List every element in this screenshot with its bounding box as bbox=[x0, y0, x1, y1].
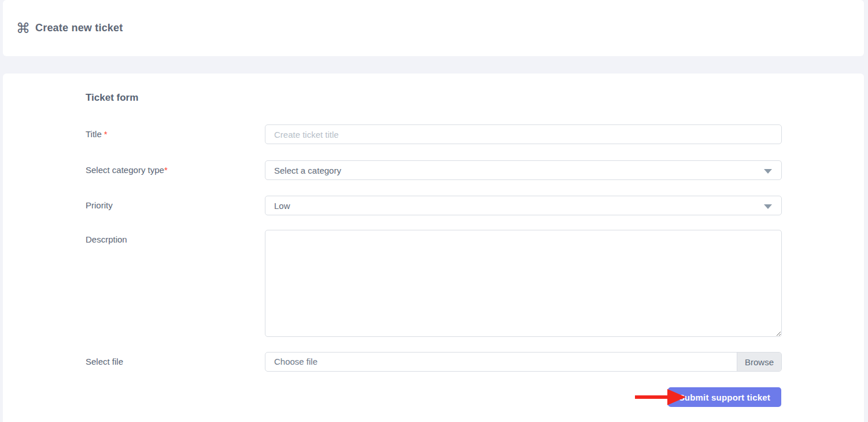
file-input[interactable]: Choose file bbox=[265, 353, 737, 371]
category-select[interactable]: Select a category bbox=[265, 160, 782, 180]
description-row: Descrption bbox=[3, 230, 864, 337]
page-title: Create new ticket bbox=[35, 22, 123, 34]
title-control bbox=[265, 124, 782, 144]
chevron-down-icon bbox=[764, 169, 772, 174]
title-row: Title* bbox=[3, 124, 864, 144]
required-asterisk: * bbox=[164, 165, 168, 175]
priority-row: Priority Low bbox=[3, 196, 864, 215]
chevron-down-icon bbox=[764, 204, 772, 209]
title-input[interactable] bbox=[265, 124, 782, 144]
priority-select[interactable]: Low bbox=[265, 196, 782, 215]
priority-select-value: Low bbox=[274, 201, 290, 211]
command-icon: ⌘ bbox=[16, 21, 30, 35]
submit-row: Submit support ticket bbox=[3, 387, 864, 407]
description-textarea[interactable] bbox=[265, 230, 782, 337]
description-label: Descrption bbox=[86, 230, 127, 249]
header-card: ⌘ Create new ticket bbox=[3, 0, 864, 56]
red-arrow-annotation bbox=[634, 388, 687, 406]
file-label: Select file bbox=[86, 352, 123, 372]
form-heading: Ticket form bbox=[86, 92, 138, 104]
required-asterisk: * bbox=[104, 129, 108, 139]
category-label: Select category type* bbox=[86, 160, 168, 180]
priority-control: Low bbox=[265, 196, 782, 215]
file-control: Choose file Browse bbox=[265, 352, 782, 372]
ticket-form-card: Ticket form Title* Select category type*… bbox=[3, 74, 864, 422]
file-row: Select file Choose file Browse bbox=[3, 352, 864, 372]
category-control: Select a category bbox=[265, 160, 782, 180]
title-label: Title* bbox=[86, 124, 108, 144]
priority-label: Priority bbox=[86, 196, 113, 215]
title-label-text: Title bbox=[86, 129, 102, 139]
header-inner: ⌘ Create new ticket bbox=[3, 0, 864, 56]
file-input-group: Choose file Browse bbox=[265, 352, 782, 372]
category-select-value: Select a category bbox=[274, 166, 341, 175]
category-row: Select category type* Select a category bbox=[3, 160, 864, 180]
description-control bbox=[265, 230, 782, 339]
browse-button[interactable]: Browse bbox=[737, 353, 781, 371]
category-label-text: Select category type bbox=[86, 165, 164, 175]
